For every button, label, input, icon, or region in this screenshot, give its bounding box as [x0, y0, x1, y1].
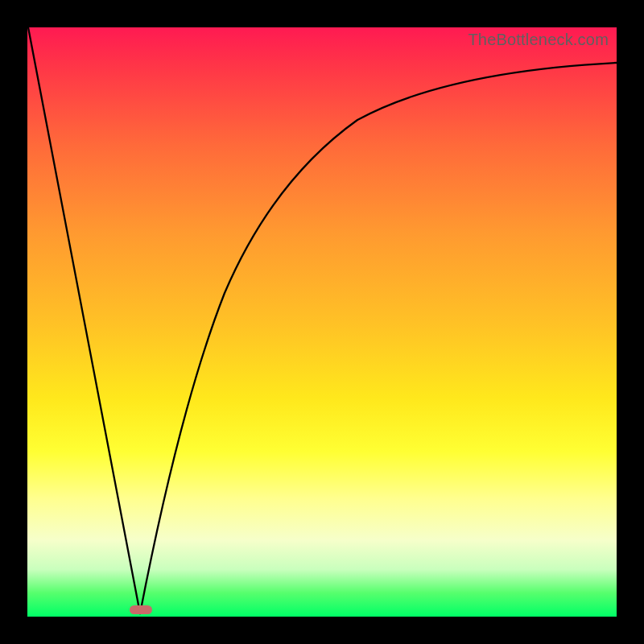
chart-frame: TheBottleneck.com — [0, 0, 644, 644]
target-marker — [130, 605, 152, 614]
curve-right-branch — [140, 63, 617, 613]
bottleneck-curve — [27, 27, 617, 617]
curve-left-branch — [28, 27, 140, 613]
plot-area: TheBottleneck.com — [27, 27, 617, 617]
